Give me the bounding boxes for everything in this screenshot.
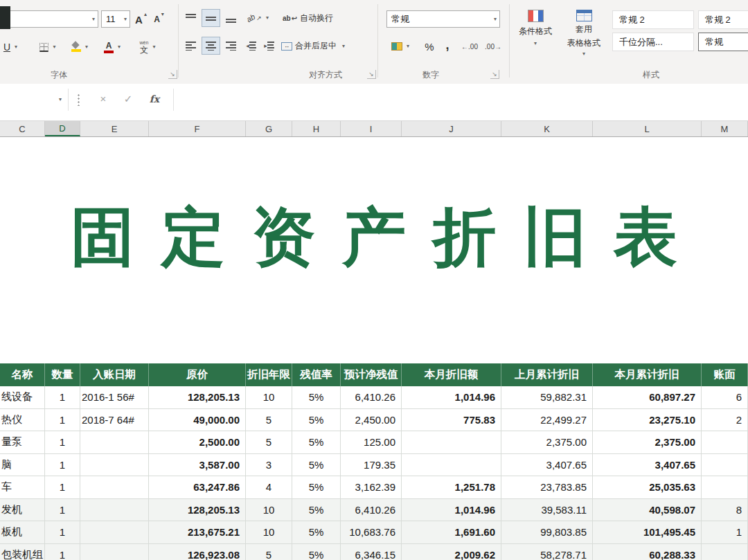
table-cell[interactable]: 775.83 [402,409,501,432]
decrease-decimal-button[interactable]: .00→ [482,38,504,55]
table-header-cell[interactable]: 账面 [702,363,748,386]
underline-button[interactable]: U ▾ [1,38,22,56]
enter-button[interactable]: ✓ [119,92,137,106]
cancel-button[interactable]: × [94,92,112,106]
align-top-button[interactable] [181,9,200,27]
table-cell[interactable]: 3,587.00 [149,454,246,477]
table-cell[interactable] [80,431,149,454]
grow-font-button[interactable]: A ▴ [132,10,150,28]
table-cell[interactable]: 1 [45,499,80,522]
borders-button[interactable]: ▾ [36,38,62,56]
table-cell[interactable]: 22,499.27 [501,409,593,432]
table-cell[interactable] [702,431,748,454]
style-gallery-item[interactable]: 常规 2 [612,10,694,29]
table-cell[interactable]: 3,407.65 [593,454,702,477]
table-cell[interactable]: 25,035.63 [593,476,702,499]
table-cell[interactable]: 6,410.26 [341,499,402,522]
wrap-text-button[interactable]: ab↩ 自动换行 [283,9,368,28]
font-size-combo[interactable]: 11 ▾ [101,10,130,28]
table-cell[interactable]: 脑 [0,454,45,477]
accounting-format-button[interactable]: ▾ [388,38,416,55]
table-cell[interactable]: 5% [292,521,341,544]
font-color-button[interactable]: A ▾ [100,38,127,56]
table-cell[interactable]: 125.00 [341,431,402,454]
format-as-table-button[interactable]: 套用 表格格式 ▾ [560,6,608,72]
table-cell[interactable]: 2,375.00 [501,431,593,454]
align-right-button[interactable] [222,37,240,55]
table-cell[interactable]: 5% [292,499,341,522]
column-header-K[interactable]: K [501,121,593,136]
fill-color-button[interactable]: ▾ [66,38,96,56]
table-cell[interactable]: 3 [246,454,292,477]
table-cell[interactable]: 1 [45,386,80,409]
table-cell[interactable]: 10,683.76 [341,521,402,544]
table-cell[interactable]: 179.35 [341,454,402,477]
table-header-cell[interactable]: 数量 [45,363,80,386]
table-cell[interactable]: 1,691.60 [402,521,501,544]
table-cell[interactable]: 2016-1 56# [80,386,149,409]
table-header-cell[interactable]: 本月折旧额 [402,363,501,386]
table-cell[interactable] [80,544,149,560]
table-cell[interactable]: 10 [246,521,292,544]
column-header-L[interactable]: L [593,121,702,136]
table-cell[interactable] [702,544,748,560]
table-cell[interactable] [702,476,748,499]
table-cell[interactable]: 2,500.00 [149,431,246,454]
table-cell[interactable]: 3,407.65 [501,454,593,477]
table-header-cell[interactable]: 上月累计折旧 [501,363,593,386]
table-cell[interactable]: 5 [246,431,292,454]
font-name-combo[interactable]: ▾ [0,10,98,28]
table-cell[interactable]: 包装机组 [0,544,45,560]
table-cell[interactable]: 3,162.39 [341,476,402,499]
table-cell[interactable]: 2,375.00 [593,431,702,454]
table-cell[interactable] [80,476,149,499]
table-cell[interactable]: 车 [0,476,45,499]
table-cell[interactable]: 99,803.85 [501,521,593,544]
conditional-formatting-button[interactable]: 条件格式 ▾ [513,6,558,72]
table-cell[interactable]: 5 [246,544,292,560]
table-cell[interactable]: 1 [45,476,80,499]
table-cell[interactable]: 6,410.26 [341,386,402,409]
table-cell[interactable]: 63,247.86 [149,476,246,499]
table-cell[interactable]: 6 [702,386,748,409]
table-header-cell[interactable]: 残值率 [292,363,341,386]
table-cell[interactable]: 1 [45,521,80,544]
comma-style-button[interactable]: , [440,35,454,55]
table-cell[interactable] [402,431,501,454]
table-header-cell[interactable]: 本月累计折旧 [593,363,702,386]
table-cell[interactable]: 5 [246,409,292,432]
table-cell[interactable]: 热仪 [0,409,45,432]
column-header-D[interactable]: D [45,121,80,136]
table-header-cell[interactable]: 名称 [0,363,45,386]
table-cell[interactable]: 2 [702,409,748,432]
table-cell[interactable] [80,499,149,522]
table-cell[interactable]: 5% [292,431,341,454]
table-cell[interactable]: 59,882.31 [501,386,593,409]
table-cell[interactable]: 6,346.15 [341,544,402,560]
drag-handle[interactable] [78,93,80,106]
shrink-font-button[interactable]: A ▾ [150,10,168,28]
increase-decimal-button[interactable]: ←.00 [458,38,481,55]
table-cell[interactable]: 8 [702,499,748,522]
font-dialog-launcher[interactable]: ↘ [168,70,177,79]
number-dialog-launcher[interactable]: ↘ [490,70,499,79]
align-bottom-button[interactable] [222,9,240,27]
table-cell[interactable]: 2,450.00 [341,409,402,432]
table-cell[interactable]: 101,495.45 [593,521,702,544]
table-cell[interactable]: 23,783.85 [501,476,593,499]
table-cell[interactable]: 1 [702,521,748,544]
table-cell[interactable]: 1,251.78 [402,476,501,499]
table-cell[interactable]: 10 [246,499,292,522]
table-header-cell[interactable]: 入账日期 [80,363,149,386]
style-gallery-item[interactable]: 千位分隔... [612,33,694,51]
column-header-C[interactable]: C [0,121,45,136]
table-cell[interactable]: 49,000.00 [149,409,246,432]
alignment-dialog-launcher[interactable]: ↘ [367,70,376,79]
table-cell[interactable]: 213,675.21 [149,521,246,544]
table-cell[interactable]: 量泵 [0,431,45,454]
table-cell[interactable]: 126,923.08 [149,544,246,560]
table-cell[interactable]: 5% [292,409,341,432]
column-header-H[interactable]: H [292,121,341,136]
table-cell[interactable] [402,454,501,477]
table-cell[interactable]: 40,598.07 [593,499,702,522]
